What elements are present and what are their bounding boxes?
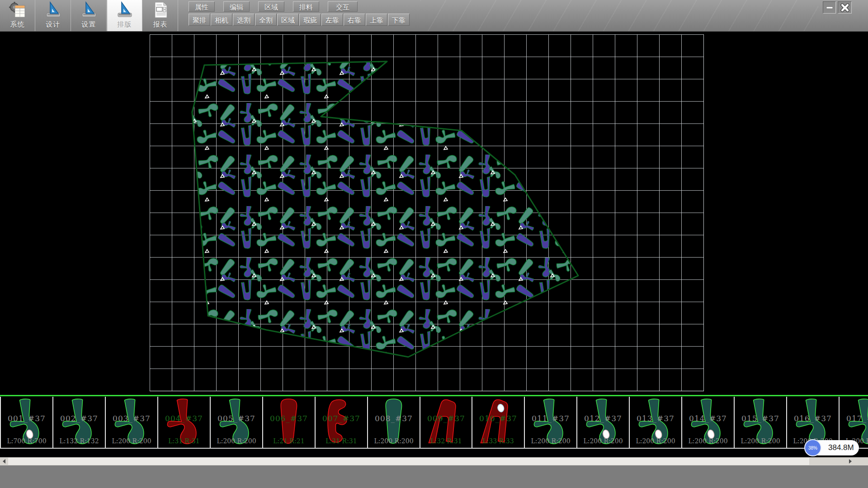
thumbnail-lr-count: L:700 R:700 [1, 437, 52, 445]
thumbnail-label: 013_#37 [630, 414, 681, 423]
mode-button-label: 设置 [82, 21, 96, 28]
mode-button-design[interactable]: 设计 [36, 0, 71, 31]
strip-bottom-border [0, 448, 868, 449]
set-square-icon [45, 1, 62, 19]
scroll-right-button[interactable] [846, 457, 854, 465]
bottom-gray-bar [0, 465, 868, 488]
piece-thumbnail-strip: 001_#37L:700 R:700002_#37L:132 R:132003_… [0, 397, 868, 448]
thumbnail-lr-count: L:31 R:31 [158, 437, 210, 445]
tool-snap-left[interactable]: 左靠 [321, 14, 343, 26]
thumbnail-cell[interactable]: 004_#37L:31 R:31 [157, 397, 210, 448]
tool-snap-right[interactable]: 右靠 [344, 14, 365, 26]
thumbnail-cell[interactable]: 002_#37L:132 R:132 [52, 397, 105, 448]
thumbnail-lr-count: L:132 R:132 [53, 437, 105, 445]
set-square-icon [116, 1, 133, 19]
thumbnail-cell[interactable]: 011_#37L:200 R:200 [524, 397, 576, 448]
main-toolbar: 系统 设计 设置 排版 [0, 0, 868, 32]
mode-button-report[interactable]: 报表 [143, 0, 178, 31]
thumbnail-label: 004_#37 [158, 414, 210, 423]
thumbnail-lr-count: L:200 R:200 [368, 437, 420, 445]
mode-button-system[interactable]: 系统 [0, 0, 35, 31]
thumbnail-label: 014_#37 [682, 414, 734, 423]
scroll-left-button[interactable] [0, 457, 8, 465]
usage-percent-value: 38% [808, 446, 817, 450]
thumbnail-label: 016_#37 [787, 414, 839, 423]
menu-nesting[interactable]: 排料 [293, 1, 319, 12]
mode-button-settings[interactable]: 设置 [71, 0, 107, 31]
tool-defect[interactable]: 瑕疵 [299, 14, 321, 26]
thumbnail-lr-count: L:200 R:200 [630, 437, 681, 445]
thumbnail-label: 010_#37 [472, 414, 524, 423]
thumbnail-cell[interactable]: 003_#37L:200 R:200 [105, 397, 157, 448]
strip-top-border [0, 395, 868, 396]
nesting-app-window: { "toolbar": { "main_buttons": [ {"label… [0, 0, 868, 488]
tool-snap-up[interactable]: 上靠 [366, 14, 387, 26]
thumbnail-lr-count: L:200 R:200 [577, 437, 629, 445]
tool-camera[interactable]: 相机 [211, 14, 232, 26]
thumbnail-label: 001_#37 [1, 414, 52, 423]
thumbnail-label: 008_#37 [368, 414, 420, 423]
mode-button-label: 系统 [10, 21, 25, 28]
tool-snap-down[interactable]: 下靠 [388, 14, 410, 26]
report-icon [152, 1, 169, 19]
thumbnail-lr-count: L:200 R:200 [735, 437, 786, 445]
mode-button-nesting[interactable]: 排版 [107, 0, 142, 31]
thumbnail-label: 017_#37 [840, 414, 868, 423]
mode-button-label: 报表 [153, 21, 168, 28]
tool-region[interactable]: 区域 [277, 14, 299, 26]
toolbar-texture [420, 0, 818, 31]
mode-button-label: 排版 [118, 21, 132, 28]
thumbnail-label: 006_#37 [263, 414, 315, 423]
thumbnail-cell[interactable]: 006_#37L:21 R:21 [262, 397, 315, 448]
tool-cut-all[interactable]: 全割 [255, 14, 277, 26]
thumbnail-label: 003_#37 [106, 414, 157, 423]
close-button[interactable] [838, 1, 852, 14]
thumbnail-label: 009_#37 [420, 414, 472, 423]
thumbnail-label: 015_#37 [735, 414, 786, 423]
minimize-button[interactable] [823, 1, 836, 14]
scrollbar-thumb[interactable] [8, 458, 809, 465]
thumbnail-lr-count: L:32 R:31 [420, 437, 472, 445]
thumbnail-lr-count: L:200 R:200 [211, 437, 262, 445]
horizontal-scrollbar[interactable] [0, 457, 868, 465]
menu-region[interactable]: 区域 [258, 1, 284, 12]
thumbnail-lr-count: L:200 R:200 [682, 437, 734, 445]
mode-button-label: 设计 [46, 21, 61, 28]
thumbnail-lr-count: L:200 R:200 [106, 437, 157, 445]
thumbnail-cell[interactable]: 015_#37L:200 R:200 [734, 397, 786, 448]
thumbnail-lr-count: L:21 R:21 [263, 437, 315, 445]
thumbnail-cell[interactable]: 014_#37L:200 R:200 [681, 397, 734, 448]
thumbnail-cell[interactable]: 013_#37L:200 R:200 [629, 397, 681, 448]
chevron-right-icon [849, 459, 852, 464]
thumbnail-label: 011_#37 [525, 414, 576, 423]
menu-properties[interactable]: 属性 [189, 1, 215, 12]
thumbnail-cell[interactable]: 012_#37L:200 R:200 [576, 397, 629, 448]
close-icon [840, 3, 849, 12]
thumbnail-cell[interactable]: 001_#37L:700 R:700 [0, 397, 52, 448]
thumbnail-cell[interactable]: 008_#37L:200 R:200 [367, 397, 420, 448]
thumbnail-label: 005_#37 [211, 414, 262, 423]
thumbnail-label: 012_#37 [577, 414, 629, 423]
usage-percent-indicator[interactable]: 38% [804, 439, 821, 456]
minimize-icon [826, 4, 834, 12]
thumbnail-label: 007_#37 [316, 414, 367, 423]
thumbnail-cell[interactable]: 010_#37L:33 R:33 [472, 397, 524, 448]
thumbnail-cell[interactable]: 009_#37L:32 R:31 [420, 397, 472, 448]
thumbnail-cell[interactable]: 007_#37L:31 R:31 [315, 397, 367, 448]
thumbnail-label: 002_#37 [53, 414, 105, 423]
menu-edit[interactable]: 编辑 [223, 1, 250, 12]
thumbnail-cell[interactable]: 005_#37L:200 R:200 [210, 397, 262, 448]
gear-table-icon [9, 1, 26, 19]
menu-interact[interactable]: 交互 [328, 1, 358, 12]
thumbnail-lr-count: L:200 R:200 [525, 437, 576, 445]
thumbnail-lr-count: L:31 R:31 [316, 437, 367, 445]
memory-usage-value: 384.8M [828, 440, 854, 455]
nesting-canvas-viewport[interactable] [150, 34, 704, 391]
chevron-left-icon [3, 459, 5, 464]
set-square-icon [80, 1, 98, 19]
thumbnail-lr-count: L:33 R:33 [472, 437, 524, 445]
tool-cluster-nest[interactable]: 聚排 [189, 14, 210, 26]
tool-select-cut[interactable]: 选割 [233, 14, 255, 26]
